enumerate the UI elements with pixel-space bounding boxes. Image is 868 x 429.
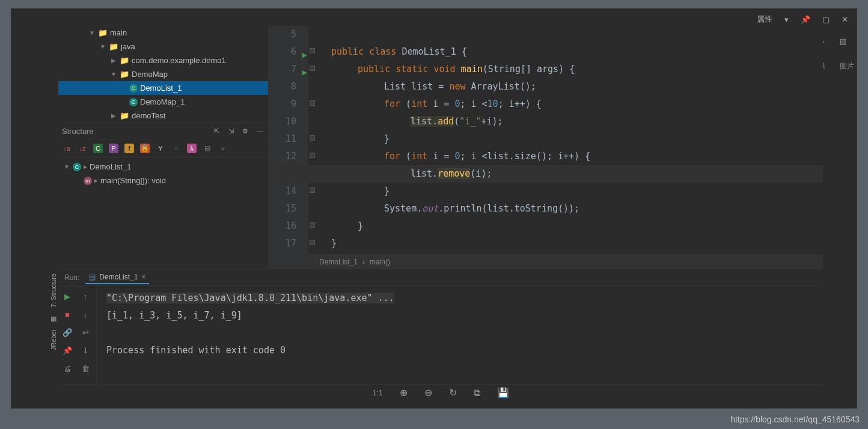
tree-label: demoTest <box>132 111 165 120</box>
pin-button[interactable]: 📌 <box>61 344 74 357</box>
tree-main[interactable]: ▼📁 main <box>58 26 268 40</box>
image-icon[interactable]: 🖼 <box>839 38 846 46</box>
class-icon: C <box>73 163 81 171</box>
maximize-icon[interactable]: ▢ <box>822 15 830 24</box>
tree-label: DemoList_1 <box>140 84 182 93</box>
console-exit: Process finished with exit code 0 <box>106 342 813 359</box>
link-button[interactable]: 🔗 <box>61 326 74 339</box>
tree-demomap[interactable]: ▼📁 DemoMap <box>58 67 268 81</box>
breadcrumb-class[interactable]: DemoList_1 <box>319 258 358 266</box>
line-gutter: 5 6▶ 7▶ 8 9 10 11 12 13 14 15 16 17 <box>269 26 308 254</box>
minimize-icon[interactable]: — <box>255 126 264 136</box>
tree-label: DemoMap <box>132 70 168 79</box>
structure-tab[interactable]: 7: Structure <box>50 273 57 308</box>
tree-demomap1[interactable]: C DemoMap_1 <box>58 95 268 109</box>
structure-method-label: main(String[]): void <box>100 176 166 185</box>
run-label: Run: <box>64 273 79 282</box>
show-anon-icon[interactable]: λ <box>187 144 197 153</box>
watermark: https://blog.csdn.net/qq_45160543 <box>730 415 860 424</box>
run-tab-name: DemoList_1 <box>99 273 138 281</box>
down-button[interactable]: ↓ <box>79 308 92 321</box>
save-icon[interactable]: 💾 <box>497 387 509 398</box>
run-gutter-icon[interactable]: ▶ <box>302 46 307 64</box>
structure-method[interactable]: m ▸ main(String[]): void <box>58 174 268 187</box>
pin-icon[interactable]: 📌 <box>801 15 810 24</box>
structure-class[interactable]: ▼ C ▸ DemoList_1 <box>58 160 268 174</box>
rerun-button[interactable]: ▶ <box>61 290 74 303</box>
crop-icon[interactable]: ⧉ <box>474 388 480 398</box>
show-private-icon[interactable]: 🔒 <box>140 144 150 153</box>
stop-button[interactable]: ■ <box>61 308 74 321</box>
scroll-end-button[interactable]: ⤓ <box>79 344 92 357</box>
rotate-icon[interactable]: ↻ <box>449 387 457 398</box>
tree-demolist1[interactable]: C DemoList_1 <box>58 81 268 95</box>
tree-demotest[interactable]: ▶📁 demoTest <box>58 109 268 123</box>
collapse-icon[interactable]: ⇲ <box>226 126 236 136</box>
sort-vis-icon[interactable]: ↓z <box>78 144 87 153</box>
picture-label: 图片 <box>840 61 854 72</box>
show-props-icon[interactable]: P <box>109 144 118 153</box>
close-icon[interactable]: ✕ <box>842 15 848 24</box>
tree-label: com.demo.example.demo1 <box>132 56 226 65</box>
run-tab-icon[interactable]: ▦ <box>50 315 57 323</box>
breadcrumb-method[interactable]: main() <box>370 258 390 266</box>
show-nonpublic-icon[interactable]: Y <box>156 144 165 153</box>
zoom-out-icon[interactable]: ⊖ <box>424 387 432 398</box>
tree-label: DemoMap_1 <box>140 97 185 106</box>
tree-label: java <box>121 42 135 51</box>
structure-title: Structure <box>62 127 207 136</box>
close-tab-icon[interactable]: × <box>141 273 145 281</box>
show-inherited-icon[interactable]: ○ <box>171 144 181 153</box>
zoom-in-icon[interactable]: ⊕ <box>400 387 408 398</box>
jrebel-tab[interactable]: JRebel <box>50 330 57 350</box>
class-icon: C <box>129 84 138 93</box>
run-gutter-icon[interactable]: ▶ <box>302 64 307 81</box>
gear-icon[interactable]: ⚙ <box>240 126 250 136</box>
properties-label: 属性 <box>757 14 772 25</box>
show-fields-icon[interactable]: f <box>124 144 134 153</box>
fold-column[interactable] <box>308 26 317 254</box>
console-line: [i_1, i_3, i_5, i_7, i_9] <box>106 307 813 324</box>
structure-class-label: DemoList_1 <box>90 162 131 171</box>
tree-label: main <box>110 28 127 37</box>
console-cmd: "C:\Program Files\Java\jdk1.8.0_211\bin\… <box>106 293 394 303</box>
run-tab[interactable]: ▤ DemoList_1 × <box>85 271 149 284</box>
console-output[interactable]: "C:\Program Files\Java\jdk1.8.0_211\bin\… <box>97 286 823 384</box>
trash-button[interactable]: 🗑 <box>79 362 92 375</box>
print-button[interactable]: 🖨 <box>61 362 74 375</box>
tree-java[interactable]: ▼📁 java <box>58 40 268 53</box>
autoscroll-icon[interactable]: ▤ <box>203 144 212 153</box>
sort-alpha-icon[interactable]: ↓a <box>62 144 72 153</box>
zoom-ratio: 1:1 <box>372 388 383 397</box>
more-icon[interactable]: » <box>218 144 228 153</box>
expand-icon[interactable]: ⇱ <box>212 126 221 136</box>
method-icon: m <box>84 177 92 185</box>
soft-wrap-button[interactable]: ↩ <box>79 326 92 339</box>
class-icon: C <box>129 98 138 106</box>
tree-package[interactable]: ▶📁 com.demo.example.demo1 <box>58 53 268 67</box>
code-editor[interactable]: public class DemoList_1 { public static … <box>331 26 823 254</box>
up-button[interactable]: ↑ <box>79 290 92 303</box>
show-class-icon[interactable]: C <box>93 144 103 153</box>
